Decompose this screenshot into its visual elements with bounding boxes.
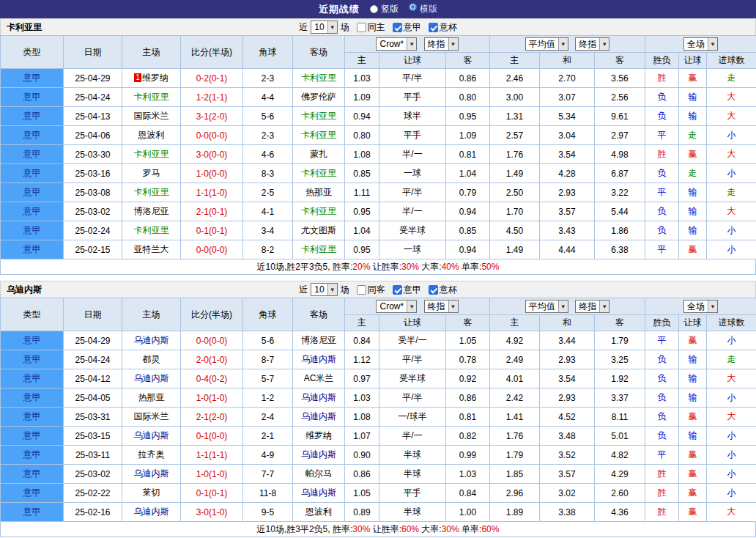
crown-handicap-cell: 受半/一 [379,331,446,350]
scope-select[interactable]: 全场▼ [683,300,718,313]
home-team-cell[interactable]: 亚特兰大 [122,240,181,259]
match-row: 意甲25-04-24都灵2-0(1-0)8-7乌迪内斯1.12平/半0.782.… [1,350,756,369]
home-team-cell[interactable]: 卡利亚里 [122,183,181,202]
home-team-cell[interactable]: 拉齐奥 [122,446,181,465]
chevron-down-icon: ▼ [448,301,458,312]
checkbox-italy-cup[interactable]: 意杯 [429,21,457,34]
away-team-cell[interactable]: 博洛尼亚 [293,331,345,350]
away-team-cell[interactable]: 佛罗伦萨 [293,88,345,107]
away-team-cell[interactable]: 乌迪内斯 [293,388,345,408]
checkbox-serie-a[interactable]: 意甲 [393,21,421,34]
match-count-select[interactable]: 10▼ [311,21,337,34]
crown-handicap-cell: 受半球 [379,369,446,388]
match-row: 意甲25-04-13国际米兰3-1(2-0)5-6卡利亚里0.94球半0.951… [1,107,756,126]
avg-draw-odds-cell: 2.93 [540,183,595,202]
league-cell: 意甲 [1,388,64,408]
away-team-cell[interactable]: 恩波利 [293,503,345,522]
home-team-cell[interactable]: 乌迪内斯 [122,503,181,522]
crown-home-odds-cell: 0.97 [345,369,379,388]
summary-line: 近10场,胜2平3负5, 胜率:20% 让胜率:30% 大率:40% 单率:50… [0,259,756,275]
col-header-odds-home: 主 [345,315,379,331]
home-team-cell[interactable]: 卡利亚里 [122,145,181,164]
score-cell: 0-1(0-1) [181,484,243,503]
layout-vertical-radio[interactable]: 竖版 [370,3,399,15]
away-team-cell[interactable]: 乌迪内斯 [293,446,345,465]
away-team-cell[interactable]: 乌迪内斯 [293,350,345,369]
checkbox-same-away[interactable]: 同客 [357,284,385,296]
away-team-cell[interactable]: 卡利亚里 [293,164,345,183]
avg-draw-odds-cell: 3.54 [540,369,595,388]
bookmaker-select[interactable]: Crow*▼ [376,300,417,313]
home-team-cell[interactable]: 博洛尼亚 [122,202,181,221]
crown-home-odds-cell: 0.84 [345,331,379,350]
checkbox-italy-cup[interactable]: 意杯 [429,284,457,296]
away-team-cell[interactable]: 热那亚 [293,183,345,202]
handicap-result-cell: 输 [679,183,707,202]
home-team-cell[interactable]: 国际米兰 [122,107,181,126]
home-team-cell[interactable]: 乌迪内斯 [122,331,181,350]
recent-matches-table: 类型 日期 主场 比分(半场) 角球 客场 Crow*▼ 终指▼ 平均值▼ 终指… [0,35,756,259]
average-select[interactable]: 平均值▼ [525,37,568,51]
away-team-cell[interactable]: 卡利亚里 [293,107,345,126]
match-row: 意甲25-02-22莱切0-1(0-1)11-8乌迪内斯1.05平手0.842.… [1,484,756,503]
away-team-cell[interactable]: 乌迪内斯 [293,408,345,427]
home-team-cell[interactable]: 都灵 [122,350,181,369]
away-team-cell[interactable]: 乌迪内斯 [293,484,345,503]
score-cell: 2-0(1-0) [181,350,243,369]
avg-draw-odds-cell: 3.04 [540,126,595,145]
crown-home-odds-cell: 0.94 [345,107,379,126]
home-team-cell[interactable]: 热那亚 [122,388,181,408]
home-team-cell[interactable]: 卡利亚里 [122,88,181,107]
result-cell: 负 [645,202,679,221]
home-team-cell[interactable]: 罗马 [122,164,181,183]
avg-away-odds-cell: 2.60 [595,484,645,503]
crown-handicap-cell: 一球 [379,240,446,259]
away-team-cell[interactable]: 卡利亚里 [293,126,345,145]
result-cell: 负 [645,388,679,408]
match-row: 意甲25-04-12乌迪内斯0-4(0-2)5-7AC米兰0.97受半球0.92… [1,369,756,388]
home-team-cell[interactable]: 卡利亚里 [122,221,181,240]
away-team-cell[interactable]: 帕尔马 [293,465,345,484]
away-team-cell[interactable]: 卡利亚里 [293,69,345,88]
home-team-cell[interactable]: 乌迪内斯 [122,465,181,484]
date-cell: 25-03-02 [64,465,122,484]
corners-cell: 8-3 [243,164,293,183]
home-team-cell[interactable]: 恩波利 [122,126,181,145]
average-select[interactable]: 平均值▼ [525,300,568,313]
chevron-down-icon: ▼ [448,38,458,50]
checkbox-serie-a[interactable]: 意甲 [393,284,421,296]
corners-cell: 2-3 [243,69,293,88]
final-index-select[interactable]: 终指▼ [424,300,459,313]
bookmaker-select[interactable]: Crow*▼ [376,37,417,51]
home-team-cell[interactable]: 1维罗纳 [122,69,181,88]
away-team-cell[interactable]: 维罗纳 [293,427,345,446]
away-team-cell[interactable]: 蒙扎 [293,145,345,164]
away-team-cell[interactable]: 卡利亚里 [293,202,345,221]
match-row: 意甲25-04-291维罗纳0-2(0-1)2-3卡利亚里1.03平/半0.86… [1,69,756,88]
league-cell: 意甲 [1,369,64,388]
league-cell: 意甲 [1,465,64,484]
match-count-select[interactable]: 10▼ [311,283,337,296]
date-cell: 25-02-16 [64,503,122,522]
home-team-cell[interactable]: 乌迪内斯 [122,427,181,446]
away-team-cell[interactable]: AC米兰 [293,369,345,388]
scope-header: 全场▼ [645,36,756,53]
scope-select[interactable]: 全场▼ [683,37,718,51]
final-index-select-2[interactable]: 终指▼ [575,37,609,51]
final-index-select[interactable]: 终指▼ [424,37,459,51]
col-header-type: 类型 [1,36,64,69]
home-team-cell[interactable]: 国际米兰 [122,408,181,427]
home-team-cell[interactable]: 乌迪内斯 [122,369,181,388]
avg-away-odds-cell: 6.38 [595,240,645,259]
goals-result-cell: 小 [707,446,756,465]
home-team-cell[interactable]: 莱切 [122,484,181,503]
away-team-cell[interactable]: 尤文图斯 [293,221,345,240]
checkbox-same-home[interactable]: 同主 [357,21,385,34]
away-team-cell[interactable]: 卡利亚里 [293,240,345,259]
layout-horizontal-radio[interactable]: 横版 [409,3,437,15]
date-cell: 25-04-24 [64,88,122,107]
final-index-select-2[interactable]: 终指▼ [575,300,609,313]
team-section-udinese: 乌迪内斯 近 10▼ 场 同客 意甲 意杯 [0,281,756,537]
avg-draw-odds-cell: 4.52 [540,408,595,427]
section-header: 乌迪内斯 近 10▼ 场 同客 意甲 意杯 [0,281,756,298]
